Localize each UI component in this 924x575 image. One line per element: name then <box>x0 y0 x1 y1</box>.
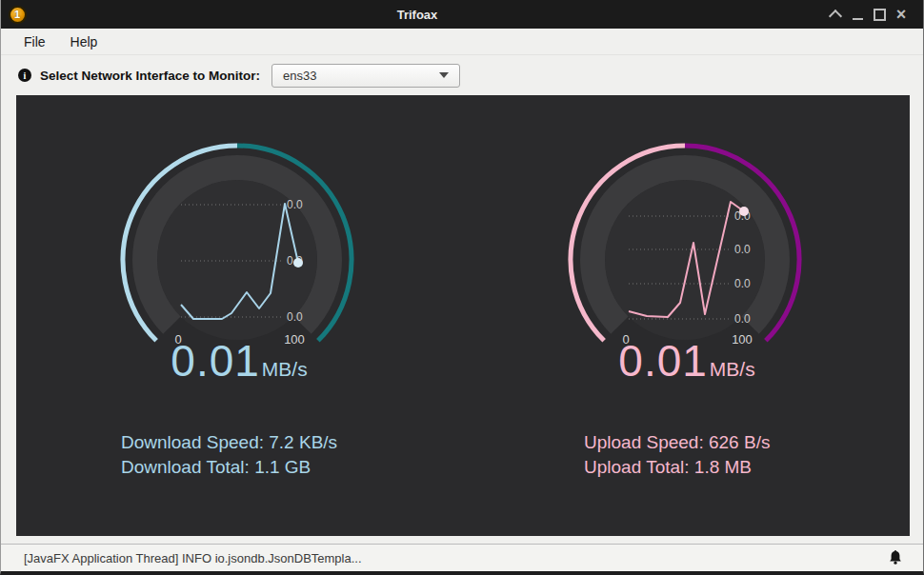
app-icon: 1 <box>1 6 33 24</box>
upload-speed-text: Upload Speed: 626 B/s <box>584 430 770 455</box>
window-title: Trifoax <box>33 8 801 22</box>
minimize-button[interactable] <box>851 7 864 22</box>
upload-gauge: 0.0 0.0 0.0 0.0 0 100 0.01 MB/s <box>561 133 813 400</box>
upload-info: Upload Speed: 626 B/s Upload Total: 1.8 … <box>584 430 770 480</box>
status-text: [JavaFX Application Thread] INFO io.json… <box>24 551 362 565</box>
upload-gauge-svg: 0.0 0.0 0.0 0.0 0 100 <box>561 133 813 352</box>
menu-file[interactable]: File <box>24 34 46 50</box>
download-info: Download Speed: 7.2 KB/s Download Total:… <box>121 430 337 480</box>
download-gauge: 0.0 0.0 0.0 0 100 0.01 MB/s <box>113 133 365 400</box>
monitor-panel: 0.0 0.0 0.0 0 100 0.01 MB/s Download Spe… <box>16 95 910 536</box>
statusbar: [JavaFX Application Thread] INFO io.json… <box>1 544 923 571</box>
close-icon <box>896 8 907 21</box>
axis-label: 0.0 <box>287 310 303 324</box>
maximize-button[interactable] <box>873 7 886 22</box>
axis-label: 0.0 <box>734 312 751 326</box>
axis-label: 0.0 <box>734 277 751 290</box>
info-icon <box>18 69 31 82</box>
bell-icon[interactable] <box>889 550 902 565</box>
axis-label: 0.0 <box>287 198 303 211</box>
upload-value: 0.01 MB/s <box>561 337 813 385</box>
minimize-icon <box>853 18 863 20</box>
dropdown-selected-value: ens33 <box>283 69 316 83</box>
interface-select-label: Select Network Interface to Monitor: <box>40 69 260 83</box>
titlebar: 1 Trifoax <box>1 0 923 29</box>
download-speed-text: Download Speed: 7.2 KB/s <box>121 430 337 455</box>
download-gauge-svg: 0.0 0.0 0.0 0 100 <box>113 133 365 352</box>
download-value-unit: MB/s <box>262 358 308 381</box>
maximize-icon <box>874 9 886 21</box>
download-value: 0.01 MB/s <box>113 337 365 385</box>
app-window: 1 Trifoax File Help Select Network Inter… <box>0 0 924 575</box>
window-controls <box>801 7 923 22</box>
sparkline-dot <box>739 207 749 216</box>
sparkline-dot <box>293 258 303 268</box>
download-total-text: Download Total: 1.1 GB <box>121 455 337 480</box>
toolbar: Select Network Interface to Monitor: ens… <box>1 54 923 95</box>
upload-value-unit: MB/s <box>710 358 755 381</box>
menu-help[interactable]: Help <box>70 34 98 50</box>
menubar: File Help <box>1 29 923 54</box>
axis-label: 0.0 <box>734 243 751 256</box>
coin-icon: 1 <box>9 6 27 24</box>
shade-button[interactable] <box>829 7 842 22</box>
upload-value-number: 0.01 <box>618 337 708 385</box>
interface-dropdown[interactable]: ens33 <box>271 64 460 88</box>
close-button[interactable] <box>894 7 908 22</box>
chevron-up-icon <box>829 10 842 23</box>
upload-total-text: Upload Total: 1.8 MB <box>584 455 770 480</box>
chevron-down-icon <box>439 72 449 78</box>
download-value-number: 0.01 <box>171 337 260 385</box>
